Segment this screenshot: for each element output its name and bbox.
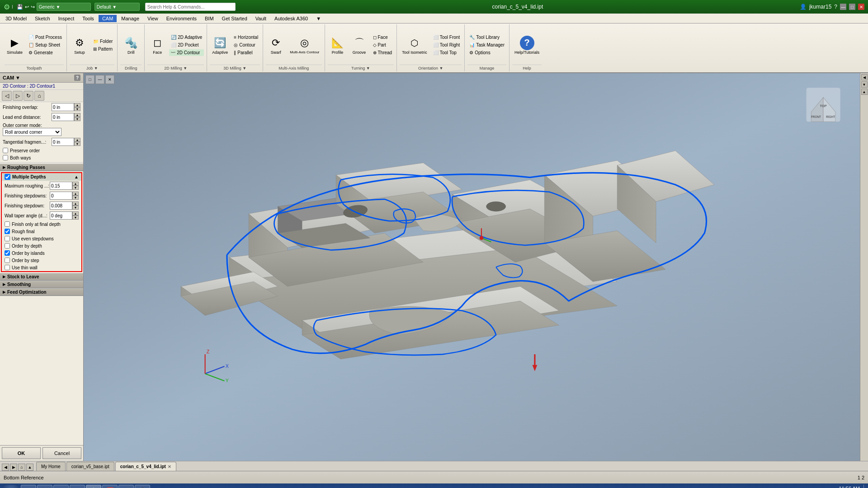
outer-corner-mode-select[interactable]: Roll around corner Sharp Chamfer <box>3 128 61 136</box>
menu-view[interactable]: View <box>144 15 162 22</box>
viewport-maximize-button[interactable]: □ <box>85 75 94 84</box>
task-manager-button[interactable]: 📊 Task Manager <box>467 42 506 48</box>
right-panel-btn-2[interactable]: ▼ <box>861 81 868 88</box>
tab-corian-lid[interactable]: corian_c_5_v4_lid.ipt ✕ <box>115 462 176 471</box>
taskbar-explorer[interactable]: 🖥 <box>21 485 36 488</box>
tool-front-button[interactable]: ⬜ Tool Front <box>431 34 462 41</box>
quick-access-redo[interactable]: ↪ <box>31 4 35 10</box>
finishing-overlap-spinbox[interactable]: ▲ ▼ <box>52 103 80 111</box>
use-even-stepdowns-checkbox[interactable]: Use even stepdowns <box>2 235 81 242</box>
panel-refresh-button[interactable]: ↻ <box>24 91 33 101</box>
wall-taper-down[interactable]: ▼ <box>72 216 79 220</box>
tool-top-button[interactable]: ⬜ Tool Top <box>431 49 462 56</box>
generate-button[interactable]: ⚙ Generate <box>27 49 64 56</box>
max-roughing-up[interactable]: ▲ <box>72 182 79 186</box>
tool-isometric-button[interactable]: ⬡ Tool Isometric <box>400 34 429 56</box>
finishing-stepdown-spinbox[interactable]: ▲ ▼ <box>50 202 79 210</box>
finishing-stepdown-down[interactable]: ▼ <box>72 206 79 210</box>
setup-sheet-button[interactable]: 📋 Setup Sheet <box>27 42 64 48</box>
menu-getstarted[interactable]: Get Started <box>218 15 251 22</box>
lead-end-down[interactable]: ▼ <box>74 117 80 121</box>
quick-access-undo[interactable]: ↩ <box>25 4 29 10</box>
ok-button[interactable]: OK <box>2 447 41 459</box>
tangential-fragment-down[interactable]: ▼ <box>74 142 80 146</box>
lead-end-input[interactable] <box>52 113 74 121</box>
multiple-depths-checkbox[interactable] <box>5 174 10 180</box>
swarf-button[interactable]: ⟳ Swarf <box>266 34 286 56</box>
help-icon[interactable]: ? <box>834 4 837 10</box>
finishing-stepdown-up[interactable]: ▲ <box>72 202 79 206</box>
lead-end-up[interactable]: ▲ <box>74 113 80 117</box>
2d-adaptive-button[interactable]: 🔄 2D Adaptive <box>169 34 204 41</box>
taskbar-other[interactable]: 🐧 <box>135 485 150 488</box>
tab-corian-base[interactable]: corian_v5_base.ipt <box>66 462 114 471</box>
face-turning-button[interactable]: ◻ Face <box>371 34 394 41</box>
start-button[interactable]: ⊞ <box>2 485 20 488</box>
tangential-fragment-input[interactable] <box>52 138 74 146</box>
menu-cam[interactable]: CAM <box>99 15 117 22</box>
right-panel-btn-3[interactable]: ▲ <box>861 89 868 95</box>
2d-pocket-button[interactable]: ⬜ 2D Pocket <box>169 42 204 48</box>
tab-home[interactable]: ⌂ <box>18 464 25 471</box>
minimize-button[interactable]: — <box>840 4 846 10</box>
groove-button[interactable]: ⌒ Groove <box>349 34 369 56</box>
lead-end-spinbox[interactable]: ▲ ▼ <box>52 113 80 121</box>
help-tutorials-button[interactable]: ? Help/Tutorials <box>512 34 542 56</box>
menu-inspect[interactable]: Inspect <box>55 15 78 22</box>
thread-button[interactable]: ⊕ Thread <box>371 49 394 56</box>
quick-access-save[interactable]: 💾 <box>17 4 23 10</box>
taskbar-outlook[interactable]: 📧 <box>70 485 85 488</box>
menu-sketch[interactable]: Sketch <box>31 15 54 22</box>
menu-vault[interactable]: Vault <box>252 15 270 22</box>
adaptive-button[interactable]: 🔄 Adaptive <box>210 34 230 56</box>
tab-scroll-left[interactable]: ◀ <box>2 464 9 471</box>
max-roughing-spinbox[interactable]: ▲ ▼ <box>50 182 79 190</box>
multi-axis-contour-button[interactable]: ◎ Multi-Axis Contour <box>288 34 321 56</box>
viewport[interactable]: X Y Z <box>84 73 860 461</box>
stock-to-leave-header[interactable]: ▶ Stock to Leave <box>0 273 83 281</box>
tool-right-button[interactable]: ⬜ Tool Right <box>431 42 462 48</box>
tab-corian-lid-close[interactable]: ✕ <box>168 465 171 469</box>
tab-expand[interactable]: ▲ <box>26 464 33 471</box>
use-thin-wall-checkbox[interactable]: Use thin wall <box>2 264 81 271</box>
finishing-stepdowns-spinbox[interactable]: ▲ ▼ <box>50 192 79 200</box>
taskbar-show-desktop[interactable] <box>863 485 866 488</box>
order-by-step-checkbox[interactable]: Order by step <box>2 257 81 264</box>
menu-manage[interactable]: Manage <box>118 15 143 22</box>
tangential-fragment-spinbox[interactable]: ▲ ▼ <box>52 138 80 146</box>
use-even-stepdowns-input[interactable] <box>5 236 10 241</box>
taskbar-firefox[interactable]: 🦊 <box>37 485 52 488</box>
both-ways-checkbox[interactable]: Both ways <box>0 154 83 161</box>
order-by-depth-checkbox[interactable]: Order by depth <box>2 242 81 249</box>
both-ways-input[interactable] <box>3 155 8 160</box>
profile-button[interactable]: 📐 Profile <box>328 34 348 56</box>
taskbar-inventor[interactable]: I <box>86 485 101 488</box>
finishing-overlap-input[interactable] <box>52 103 74 111</box>
finishing-stepdowns-input[interactable] <box>50 192 72 200</box>
maximize-button[interactable]: □ <box>849 4 855 10</box>
cancel-button[interactable]: Cancel <box>42 447 81 459</box>
2d-contour-button[interactable]: 〰 2D Contour <box>169 49 204 56</box>
horizontal-button[interactable]: ≡ Horizontal <box>232 34 260 41</box>
finishing-stepdown-input[interactable] <box>50 202 72 210</box>
pattern-button[interactable]: ⊞ Pattern <box>91 46 114 52</box>
taskbar-chrome[interactable]: ◎ <box>53 485 69 488</box>
menu-more[interactable]: ▼ <box>312 15 325 22</box>
folder-button[interactable]: 📁 Folder <box>91 38 114 45</box>
order-by-islands-input[interactable] <box>5 250 10 256</box>
finishing-stepdowns-down[interactable]: ▼ <box>72 196 79 200</box>
setup-button[interactable]: ⚙ Setup <box>70 34 90 56</box>
finishing-overlap-down[interactable]: ▼ <box>74 107 80 111</box>
wall-taper-up[interactable]: ▲ <box>72 211 79 216</box>
taskbar-clock[interactable]: 11:56 AM 12/27/2015 <box>837 486 860 488</box>
cam-header-help[interactable]: ? <box>74 75 80 81</box>
cam-panel-header[interactable]: CAM ▼ ? <box>0 73 83 83</box>
smoothing-header[interactable]: ▶ Smoothing <box>0 281 83 288</box>
part-button[interactable]: ◇ Part <box>371 42 394 48</box>
face-button[interactable]: ◻ Face <box>147 34 167 56</box>
menu-tools[interactable]: Tools <box>79 15 98 22</box>
viewport-minimize-button[interactable]: — <box>95 75 104 84</box>
feed-optimization-header[interactable]: ▶ Feed Optimization <box>0 288 83 296</box>
rough-final-input[interactable] <box>5 229 10 234</box>
taskbar-vlc[interactable]: 🎵 <box>118 485 134 488</box>
